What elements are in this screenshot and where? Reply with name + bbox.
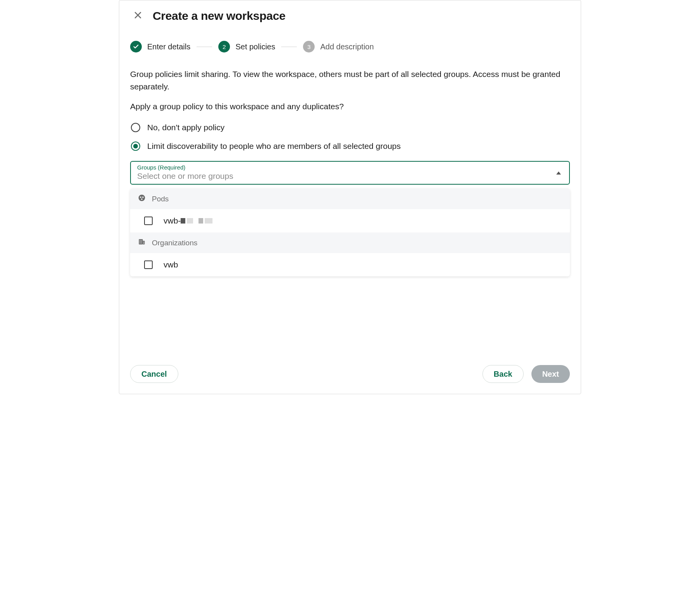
dropdown-item-organization[interactable]: vwb xyxy=(130,253,570,276)
svg-rect-11 xyxy=(140,241,141,242)
svg-rect-16 xyxy=(143,243,144,244)
svg-rect-10 xyxy=(141,240,142,241)
radio-label: Limit discoverability to people who are … xyxy=(147,142,401,151)
close-button[interactable] xyxy=(130,8,146,24)
dropdown-section-label: Organizations xyxy=(152,239,197,247)
dialog-title: Create a new workspace xyxy=(153,9,286,23)
svg-point-4 xyxy=(140,197,141,198)
dialog-header: Create a new workspace xyxy=(119,0,581,27)
create-workspace-dialog: Create a new workspace Enter details 2 S… xyxy=(119,0,581,394)
dialog-body: Group policies limit sharing. To view th… xyxy=(119,59,581,357)
radio-checked-icon xyxy=(131,142,140,151)
checkbox-unchecked-icon xyxy=(144,217,153,225)
step-set-policies: 2 Set policies xyxy=(218,41,275,52)
svg-point-5 xyxy=(142,197,144,198)
groups-select-label: Groups (Required) xyxy=(137,164,563,171)
dropdown-section-label: Pods xyxy=(152,195,169,203)
radio-label: No, don't apply policy xyxy=(147,123,225,132)
cancel-button[interactable]: Cancel xyxy=(130,365,178,383)
svg-rect-12 xyxy=(141,241,142,242)
svg-marker-2 xyxy=(556,171,561,175)
dropdown-item-label: vwb xyxy=(164,260,178,269)
pods-icon xyxy=(138,194,146,204)
groups-select-placeholder: Select one or more groups xyxy=(137,171,563,181)
svg-point-6 xyxy=(141,199,143,200)
dropdown-item-label: vwb- xyxy=(164,216,212,225)
back-button[interactable]: Back xyxy=(482,365,524,383)
redacted-text xyxy=(181,216,212,225)
dropdown-item-pod[interactable]: vwb- xyxy=(130,209,570,232)
svg-rect-7 xyxy=(139,239,143,244)
policy-question-text: Apply a group policy to this workspace a… xyxy=(130,102,570,111)
step-number-icon: 3 xyxy=(303,41,315,52)
dropdown-section-pods: Pods xyxy=(130,189,570,209)
organizations-icon xyxy=(138,238,146,248)
svg-rect-9 xyxy=(140,240,141,241)
radio-no-policy[interactable]: No, don't apply policy xyxy=(130,118,570,137)
policy-info-text: Group policies limit sharing. To view th… xyxy=(130,68,570,93)
svg-rect-15 xyxy=(143,242,144,243)
close-icon xyxy=(133,10,143,21)
svg-rect-8 xyxy=(143,241,145,245)
svg-point-3 xyxy=(139,195,145,201)
next-button[interactable]: Next xyxy=(531,365,570,383)
check-circle-icon xyxy=(130,41,142,52)
dropdown-section-organizations: Organizations xyxy=(130,232,570,253)
groups-dropdown-panel: Pods vwb- xyxy=(130,189,570,276)
svg-rect-13 xyxy=(140,243,141,244)
step-label: Set policies xyxy=(235,42,275,51)
caret-up-icon xyxy=(556,169,561,176)
step-add-description: 3 Add description xyxy=(303,41,374,52)
svg-rect-14 xyxy=(141,243,142,244)
groups-select[interactable]: Groups (Required) Select one or more gro… xyxy=(130,161,570,185)
dialog-footer: Cancel Back Next xyxy=(119,357,581,394)
step-enter-details: Enter details xyxy=(130,41,190,52)
radio-limit-discoverability[interactable]: Limit discoverability to people who are … xyxy=(130,137,570,155)
step-divider xyxy=(197,47,212,47)
step-number-icon: 2 xyxy=(218,41,230,52)
stepper: Enter details 2 Set policies 3 Add descr… xyxy=(119,27,581,59)
checkbox-unchecked-icon xyxy=(144,260,153,269)
step-label: Enter details xyxy=(147,42,190,51)
step-label: Add description xyxy=(320,42,374,51)
radio-unchecked-icon xyxy=(131,123,140,132)
step-divider xyxy=(281,47,297,47)
